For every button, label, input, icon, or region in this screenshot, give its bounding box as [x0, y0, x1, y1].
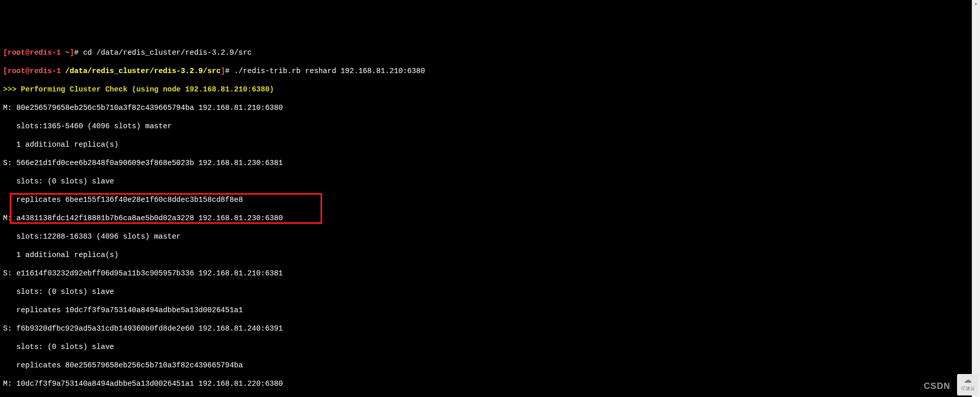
node-line: slots: (0 slots) slave [3, 287, 977, 296]
watermark-yisu-logo: ☁ 亿速云 [957, 374, 978, 395]
bracket-open: [ [3, 67, 8, 75]
node-line: slots:1365-5460 (4096 slots) master [3, 122, 977, 131]
prompt-user-host: root@redis-1 [8, 49, 61, 57]
node-line: replicates 80e256579658eb256c5b710a3f82c… [3, 361, 977, 370]
node-line: S: f6b9320dfbc929ad5a31cdb149360b0fd8de2… [3, 324, 977, 333]
node-line: 1 additional replica(s) [3, 250, 977, 260]
node-line: M: 80e256579658eb256c5b710a3f82c43966579… [3, 103, 977, 112]
command-line-1: [root@redis-1 ~]# cd /data/redis_cluster… [3, 48, 977, 57]
prompt-cwd-path: /data/redis_cluster/redis-3.2.9/src [65, 67, 221, 75]
node-line: replicates 10dc7f3f9a753140a8494adbbe5a1… [3, 306, 977, 315]
scroll-up-button[interactable]: ▴ [972, 0, 980, 8]
terminal-output[interactable]: [root@redis-1 ~]# cd /data/redis_cluster… [0, 37, 980, 397]
bracket-close: ] [70, 49, 75, 57]
prompt-hash: # [225, 67, 234, 75]
prompt-hash: # [74, 49, 83, 57]
prompt-user-host: root@redis-1 [8, 67, 61, 75]
node-line: S: 566e21d1fd0cee6b2848f0a90609e3f868e50… [3, 158, 977, 168]
node-line: slots: (0 slots) slave [3, 177, 977, 186]
vertical-scrollbar[interactable]: ▴ ▾ [972, 0, 980, 397]
cloud-icon: ☁ [964, 377, 972, 384]
command-text: cd /data/redis_cluster/redis-3.2.9/src [83, 49, 252, 57]
node-line: replicates 6bee155f136f40e28e1f60c8ddec3… [3, 195, 977, 204]
space [61, 67, 65, 75]
node-line: M: a4381138fdc142f18881b7b6ca8ae5b0d02a3… [3, 214, 977, 223]
command-text: ./redis-trib.rb reshard 192.168.81.210:6… [234, 67, 425, 75]
watermark-csdn: CSDN [924, 382, 950, 391]
prompt-cwd-tilde: ~ [61, 49, 69, 57]
node-line: 1 additional replica(s) [3, 140, 977, 149]
bracket-open: [ [3, 49, 8, 57]
node-line: slots: (0 slots) slave [3, 342, 977, 352]
bracket-close: ] [220, 67, 225, 75]
watermark-yisu-text: 亿速云 [961, 384, 975, 393]
cluster-check-header: >>> Performing Cluster Check (using node… [3, 85, 977, 94]
command-line-2: [root@redis-1 /data/redis_cluster/redis-… [3, 66, 977, 76]
node-line: S: e11614f03232d92ebff06d95a11b3c905957b… [3, 269, 977, 278]
node-line: slots:12288-16383 (4096 slots) master [3, 232, 977, 241]
node-line: M: 10dc7f3f9a753140a8494adbbe5a13d002645… [3, 379, 977, 388]
